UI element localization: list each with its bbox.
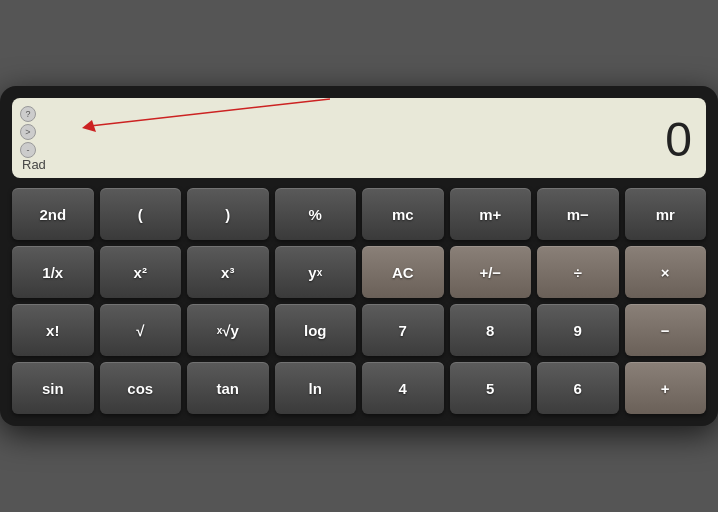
btn-cos[interactable]: cos bbox=[100, 362, 182, 414]
btn-six[interactable]: 6 bbox=[537, 362, 619, 414]
display-btn-question[interactable]: ? bbox=[20, 106, 36, 122]
btn-row-4: sin cos tan ln 4 5 6 + bbox=[12, 362, 706, 414]
btn-tan[interactable]: tan bbox=[187, 362, 269, 414]
display-area: ? > - 0 Rad bbox=[12, 98, 706, 178]
btn-four[interactable]: 4 bbox=[362, 362, 444, 414]
btn-ln[interactable]: ln bbox=[275, 362, 357, 414]
btn-close-paren[interactable]: ) bbox=[187, 188, 269, 240]
btn-cube[interactable]: x³ bbox=[187, 246, 269, 298]
btn-square[interactable]: x² bbox=[100, 246, 182, 298]
display-btn-greater[interactable]: > bbox=[20, 124, 36, 140]
buttons-grid: 2nd ( ) % mc m+ m− mr 1/x x² x³ yx AC +/… bbox=[12, 188, 706, 414]
btn-ac[interactable]: AC bbox=[362, 246, 444, 298]
btn-nth-root[interactable]: x√y bbox=[187, 304, 269, 356]
btn-m-plus[interactable]: m+ bbox=[450, 188, 532, 240]
btn-eight[interactable]: 8 bbox=[450, 304, 532, 356]
btn-log[interactable]: log bbox=[275, 304, 357, 356]
btn-divide[interactable]: ÷ bbox=[537, 246, 619, 298]
display-mode: Rad bbox=[22, 157, 46, 172]
btn-mc[interactable]: mc bbox=[362, 188, 444, 240]
btn-five[interactable]: 5 bbox=[450, 362, 532, 414]
btn-row-3: x! √ x√y log 7 8 9 − bbox=[12, 304, 706, 356]
calculator: ? > - 0 Rad 2nd ( ) % mc m+ m− mr 1/x x²… bbox=[0, 86, 718, 426]
btn-reciprocal[interactable]: 1/x bbox=[12, 246, 94, 298]
btn-2nd[interactable]: 2nd bbox=[12, 188, 94, 240]
btn-power-y[interactable]: yx bbox=[275, 246, 357, 298]
btn-plus-minus[interactable]: +/− bbox=[450, 246, 532, 298]
btn-subtract[interactable]: − bbox=[625, 304, 707, 356]
btn-multiply[interactable]: × bbox=[625, 246, 707, 298]
btn-seven[interactable]: 7 bbox=[362, 304, 444, 356]
btn-m-minus[interactable]: m− bbox=[537, 188, 619, 240]
display-value: 0 bbox=[22, 104, 696, 167]
btn-add[interactable]: + bbox=[625, 362, 707, 414]
btn-percent[interactable]: % bbox=[275, 188, 357, 240]
btn-sqrt[interactable]: √ bbox=[100, 304, 182, 356]
btn-factorial[interactable]: x! bbox=[12, 304, 94, 356]
btn-row-1: 2nd ( ) % mc m+ m− mr bbox=[12, 188, 706, 240]
display-controls: ? > - bbox=[20, 106, 36, 158]
btn-nine[interactable]: 9 bbox=[537, 304, 619, 356]
btn-sin[interactable]: sin bbox=[12, 362, 94, 414]
btn-open-paren[interactable]: ( bbox=[100, 188, 182, 240]
display-btn-minus[interactable]: - bbox=[20, 142, 36, 158]
btn-mr[interactable]: mr bbox=[625, 188, 707, 240]
btn-row-2: 1/x x² x³ yx AC +/− ÷ × bbox=[12, 246, 706, 298]
